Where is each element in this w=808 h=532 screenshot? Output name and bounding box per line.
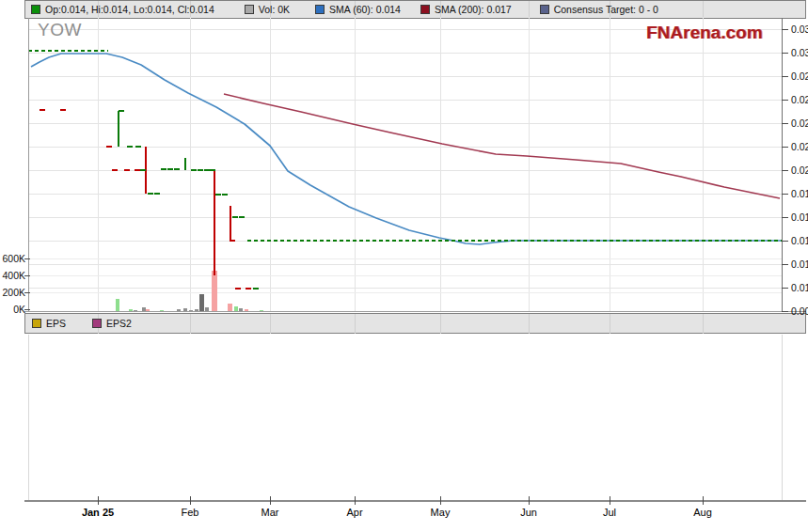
- price-gridline: [29, 53, 782, 54]
- chart-legend-label: SMA (60): 0.014: [329, 4, 401, 15]
- ohlc-dash: [222, 194, 228, 196]
- month-gridline: [529, 314, 530, 334]
- price-axis-tick: [782, 123, 788, 124]
- month-gridline: [270, 314, 271, 334]
- price-axis-label: 0.024: [791, 117, 808, 129]
- price-axis-label: 0.020: [791, 164, 808, 176]
- price-pane-right-axis: [782, 18, 783, 312]
- ohlc-dash: [246, 288, 251, 289]
- price-axis-label: 0.008: [791, 305, 808, 317]
- ohlc-dash: [253, 288, 259, 289]
- ticker-symbol: YOW: [38, 20, 82, 40]
- sma60-line: [31, 54, 782, 244]
- month-axis-tick: [703, 496, 704, 505]
- month-gridline: [190, 18, 191, 311]
- ohlc-dash: [127, 146, 133, 148]
- month-axis-label: Jan 25: [65, 507, 131, 518]
- ohlc-dash: [60, 109, 66, 111]
- price-gridline: [29, 217, 782, 218]
- sma-lines-chart: [0, 0, 808, 532]
- chart-legend-item: Op:0.014, Hi:0.014, Lo:0.014, Cl:0.014: [31, 4, 214, 15]
- month-gridline: [355, 314, 356, 334]
- eps-pane-right-border: [782, 335, 783, 500]
- fnarena-logo-link[interactable]: FNArena.com: [646, 23, 763, 43]
- eps-pane-left-border: [28, 335, 29, 500]
- volume-axis-label: 0K: [0, 304, 25, 315]
- price-axis-label: 0.032: [791, 23, 808, 35]
- ohlc-dash: [140, 169, 146, 171]
- price-gridline: [29, 241, 782, 242]
- month-axis-tick: [355, 496, 356, 505]
- volume-axis-label: 200K: [0, 287, 25, 298]
- month-axis-label: May: [407, 507, 473, 518]
- month-gridline: [703, 18, 704, 311]
- month-gridline: [703, 1, 704, 17]
- month-gridline: [270, 18, 271, 311]
- ohlc-dash: [161, 168, 166, 170]
- price-axis-label: 0.010: [791, 282, 808, 293]
- price-axis-tick: [782, 241, 788, 242]
- ohlc-dash: [191, 169, 197, 171]
- ohlc-bar: [118, 111, 119, 147]
- month-axis-label: Jun: [496, 507, 562, 518]
- chart-legend-swatch-icon: [315, 5, 325, 14]
- month-axis-tick: [270, 496, 271, 505]
- volume-gridline: [29, 292, 782, 293]
- chart-legend-label: Op:0.014, Hi:0.014, Lo:0.014, Cl:0.014: [45, 4, 214, 15]
- chart-legend-swatch-icon: [540, 5, 549, 14]
- price-axis-label: 0.016: [791, 211, 808, 223]
- price-axis-tick: [782, 217, 788, 218]
- volume-bar: [212, 271, 217, 311]
- chart-legend-label: Consensus Target: 0 - 0: [554, 4, 658, 15]
- volume-bar: [228, 304, 232, 311]
- month-axis-tick: [440, 496, 441, 505]
- ohlc-bar: [214, 170, 215, 275]
- month-gridline: [190, 314, 191, 334]
- chart-legend-item: SMA (60): 0.014: [315, 4, 401, 15]
- volume-bar: [199, 294, 204, 311]
- price-axis-label: 0.022: [791, 141, 808, 152]
- eps-legend-label: EPS2: [106, 318, 132, 329]
- ohlc-dash: [239, 216, 245, 218]
- month-gridline: [610, 18, 610, 311]
- ohlc-dash: [106, 146, 112, 148]
- price-axis-tick: [782, 264, 788, 265]
- ohlc-dash: [112, 169, 118, 171]
- ohlc-dash: [235, 288, 241, 289]
- chart-legend-swatch-icon: [420, 5, 430, 14]
- price-axis-label: 0.028: [791, 70, 808, 82]
- price-gridline: [29, 264, 782, 265]
- chart-legend-item: SMA (200): 0.017: [420, 4, 512, 15]
- month-gridline: [355, 18, 356, 311]
- chart-legend-label: Vol: 0K: [259, 4, 290, 15]
- ohlc-dash: [148, 193, 153, 195]
- ohlc-dash: [124, 169, 130, 171]
- price-axis-tick: [782, 147, 788, 148]
- eps-legend-swatch-icon: [92, 319, 102, 328]
- price-gridline: [29, 76, 782, 77]
- price-axis-label: 0.030: [791, 47, 808, 58]
- price-gridline: [29, 123, 782, 124]
- price-gridline: [29, 288, 782, 289]
- chart-legend-label: SMA (200): 0.017: [435, 4, 512, 15]
- month-axis-tick: [190, 496, 191, 505]
- month-gridline: [98, 18, 99, 311]
- ohlc-bar: [184, 158, 186, 170]
- month-gridline: [610, 314, 610, 334]
- ohlc-dash: [119, 110, 124, 112]
- chart-legend-item: Vol: 0K: [245, 4, 290, 15]
- eps-legend-item: EPS: [32, 318, 66, 329]
- month-axis-label: Feb: [157, 507, 223, 518]
- volume-gridline: [29, 275, 782, 276]
- month-axis-label: Jul: [577, 507, 642, 518]
- eps-legend-label: EPS: [46, 318, 66, 329]
- ohlc-dash: [135, 146, 141, 148]
- price-axis-tick: [782, 194, 788, 195]
- month-axis-tick: [529, 496, 530, 505]
- price-gridline: [29, 147, 782, 148]
- ohlc-dash: [154, 193, 160, 195]
- price-axis-tick: [782, 311, 788, 312]
- month-gridline: [703, 314, 704, 334]
- price-axis-tick: [782, 288, 788, 289]
- chart-legend-item: Consensus Target: 0 - 0: [540, 4, 658, 15]
